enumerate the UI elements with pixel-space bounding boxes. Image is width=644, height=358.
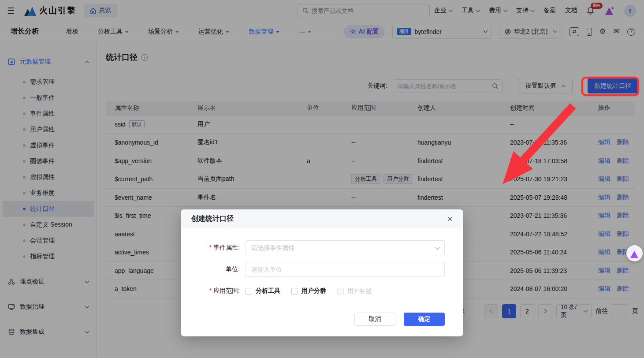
ai-mountain-icon [629, 249, 640, 258]
create-metric-modal: 创建统计口径 ✕ *事件属性: 单位: *应用范围: 分析工具 用户分群 用户标… [181, 209, 463, 336]
event-attr-select-input[interactable] [251, 244, 433, 251]
modal-title: 创建统计口径 [191, 214, 234, 224]
scope-label: *应用范围: [181, 287, 246, 295]
checkbox-icon [246, 288, 252, 295]
required-mark: * [209, 287, 212, 294]
ai-assistant-float-button[interactable] [626, 245, 643, 261]
cancel-button[interactable]: 取消 [354, 313, 395, 326]
modal-footer: 取消 确定 [354, 313, 445, 326]
checkbox-user-segment[interactable]: 用户分群 [291, 287, 326, 295]
unit-field-row: 单位: [181, 262, 445, 277]
required-mark: * [209, 244, 212, 251]
event-attr-label: *事件属性: [181, 244, 246, 252]
checkbox-icon [337, 288, 344, 295]
app-root: ☰ 火山引擎 总览 企业 工具 费用 支持 备案 文档 99+ [0, 0, 644, 358]
checkbox-analysis-tools[interactable]: 分析工具 [246, 287, 280, 295]
close-icon[interactable]: ✕ [447, 216, 453, 222]
unit-input[interactable] [251, 266, 439, 273]
checkbox-user-label: 用户标签 [337, 287, 372, 295]
scope-field-row: *应用范围: 分析工具 用户分群 用户标签 [181, 287, 445, 295]
modal-header: 创建统计口径 ✕ [181, 209, 463, 228]
event-attr-field-row: *事件属性: [181, 240, 445, 255]
chevron-down-icon [436, 245, 440, 250]
event-attr-select[interactable] [246, 240, 445, 255]
unit-input-wrap[interactable] [246, 262, 445, 277]
confirm-button[interactable]: 确定 [404, 313, 445, 326]
scope-checkbox-group: 分析工具 用户分群 用户标签 [246, 287, 372, 295]
unit-label: 单位: [181, 265, 246, 273]
checkbox-icon [291, 288, 298, 295]
